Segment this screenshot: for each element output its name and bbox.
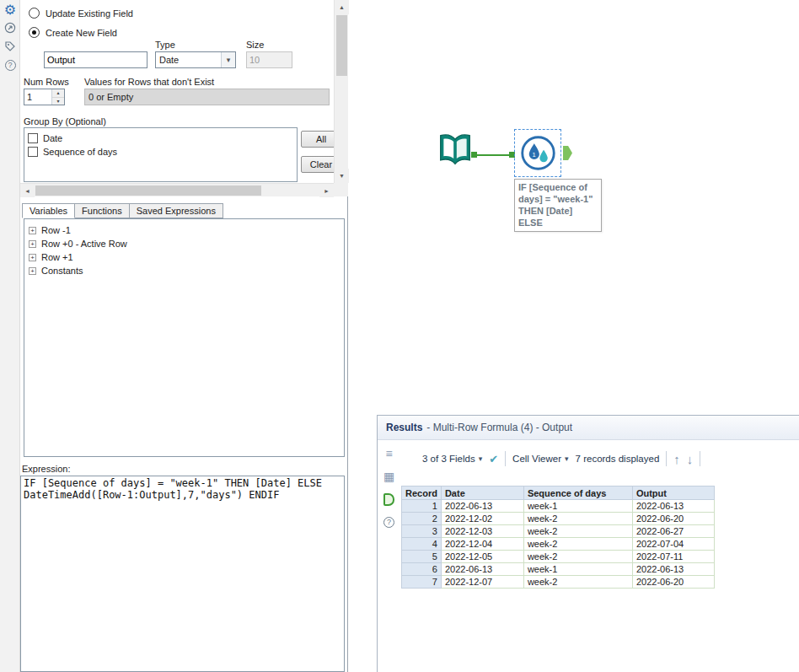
data-cell[interactable]: 2022-06-20: [632, 576, 714, 589]
group-by-list[interactable]: Date Sequence of days: [24, 127, 298, 182]
radio-create-new-field[interactable]: Create New Field: [29, 27, 117, 38]
config-vertical-scrollbar[interactable]: ▲ ▼: [334, 0, 348, 183]
record-number-cell[interactable]: 2: [402, 513, 442, 525]
output-anchor-icon[interactable]: [380, 492, 399, 507]
record-number-cell[interactable]: 1: [402, 500, 442, 513]
num-rows-stepper[interactable]: 1 ▴ ▾: [24, 89, 65, 105]
data-cell[interactable]: 2022-12-07: [441, 576, 523, 589]
data-cell[interactable]: week-1: [523, 563, 632, 576]
radio-update-existing-field[interactable]: Update Existing Field: [29, 8, 133, 19]
data-cell[interactable]: 2022-06-13: [441, 500, 523, 513]
multi-row-formula-tool[interactable]: 1: [519, 134, 557, 172]
data-cell[interactable]: 2022-06-20: [632, 513, 714, 525]
type-dropdown[interactable]: Date ▾: [155, 51, 236, 68]
apply-check-icon[interactable]: ✔: [489, 453, 498, 465]
tag-icon[interactable]: [0, 37, 20, 56]
help-icon[interactable]: ?: [380, 514, 399, 530]
group-by-item-date[interactable]: Date: [28, 132, 297, 145]
data-cell[interactable]: week-2: [523, 525, 632, 538]
cell-viewer-dropdown[interactable]: Cell Viewer ▾: [512, 454, 568, 464]
variables-tree[interactable]: + Row -1 + Row +0 - Active Row + Row +1 …: [24, 218, 345, 457]
text-input-tool[interactable]: [437, 133, 474, 169]
scroll-right-icon[interactable]: ►: [319, 184, 334, 197]
column-header-date[interactable]: Date: [441, 487, 523, 500]
data-cell[interactable]: week-2: [523, 576, 632, 589]
expression-editor[interactable]: [20, 476, 345, 672]
config-side-toolbar: ⚙ ?: [0, 0, 20, 672]
table-row[interactable]: 22022-12-02week-22022-06-20: [402, 513, 715, 525]
scroll-up-icon[interactable]: ▲: [335, 0, 349, 14]
column-header-output[interactable]: Output: [632, 487, 714, 500]
tab-functions[interactable]: Functions: [75, 203, 130, 218]
record-number-cell[interactable]: 5: [402, 551, 442, 563]
new-field-name-input[interactable]: [44, 51, 147, 68]
record-number-cell[interactable]: 7: [402, 576, 442, 589]
group-by-item-sequence[interactable]: Sequence of days: [28, 145, 297, 159]
table-row[interactable]: 62022-06-13week-12022-06-13: [402, 563, 715, 576]
scrollbar-thumb[interactable]: [336, 15, 347, 76]
stepper-up-icon[interactable]: ▴: [52, 89, 64, 98]
metadata-list-icon[interactable]: ≡: [380, 446, 399, 461]
checkbox-icon[interactable]: [28, 147, 38, 157]
scroll-bottom-icon[interactable]: ↓: [687, 452, 694, 466]
data-grid-icon[interactable]: ▦: [380, 469, 399, 484]
multi-row-formula-tool-icon: 1: [519, 134, 557, 172]
results-table: Record Date Sequence of days Output 1202…: [401, 486, 715, 589]
column-header-sequence[interactable]: Sequence of days: [523, 487, 632, 500]
table-row[interactable]: 32022-12-03week-22022-06-27: [402, 525, 715, 538]
tree-item-constants[interactable]: + Constants: [29, 264, 344, 277]
fields-dropdown[interactable]: 3 of 3 Fields ▾: [422, 454, 482, 464]
data-cell[interactable]: 2022-07-11: [632, 551, 714, 563]
table-row[interactable]: 52022-12-05week-22022-07-11: [402, 551, 715, 563]
results-subtitle: - Multi-Row Formula (4) - Output: [426, 422, 572, 433]
scroll-left-icon[interactable]: ◄: [20, 184, 35, 197]
data-cell[interactable]: 2022-12-02: [441, 513, 523, 525]
navigation-icon[interactable]: [0, 19, 20, 37]
data-cell[interactable]: 2022-07-04: [632, 538, 714, 551]
column-header-record[interactable]: Record: [402, 487, 442, 500]
table-row[interactable]: 42022-12-04week-22022-07-04: [402, 538, 715, 551]
record-number-cell[interactable]: 4: [402, 538, 442, 551]
scrollbar-thumb[interactable]: [35, 185, 261, 196]
tool-annotation[interactable]: IF [Sequence of days] = "week-1" THEN [D…: [514, 179, 602, 232]
chevron-down-icon[interactable]: ▾: [221, 52, 235, 67]
group-by-item-label: Date: [43, 133, 62, 143]
connection-line[interactable]: [474, 154, 514, 156]
expand-plus-icon[interactable]: +: [29, 240, 36, 248]
data-cell[interactable]: 2022-06-13: [441, 563, 523, 576]
data-cell[interactable]: 2022-06-13: [632, 500, 714, 513]
table-row[interactable]: 12022-06-13week-12022-06-13: [402, 500, 715, 513]
scroll-top-icon[interactable]: ↑: [673, 452, 680, 466]
config-horizontal-scrollbar[interactable]: ◄ ►: [20, 183, 334, 196]
tool-output-anchor[interactable]: [563, 146, 572, 160]
tab-variables[interactable]: Variables: [22, 203, 75, 218]
data-cell[interactable]: week-1: [523, 500, 632, 513]
tree-item-row-active[interactable]: + Row +0 - Active Row: [29, 237, 344, 250]
values-for-rows-dropdown[interactable]: 0 or Empty: [84, 89, 330, 105]
table-row[interactable]: 72022-12-07week-22022-06-20: [402, 576, 715, 589]
svg-text:1: 1: [532, 151, 535, 159]
data-cell[interactable]: 2022-12-04: [441, 538, 523, 551]
tab-saved-expressions[interactable]: Saved Expressions: [130, 203, 223, 218]
radio-create-label: Create New Field: [46, 28, 117, 38]
tree-item-row-minus-1[interactable]: + Row -1: [29, 223, 344, 237]
data-cell[interactable]: week-2: [523, 538, 632, 551]
help-icon[interactable]: ?: [0, 56, 20, 74]
expand-plus-icon[interactable]: +: [29, 267, 36, 275]
data-cell[interactable]: 2022-12-05: [441, 551, 523, 563]
expand-plus-icon[interactable]: +: [29, 254, 36, 261]
data-cell[interactable]: week-2: [523, 551, 632, 563]
stepper-down-icon[interactable]: ▾: [52, 98, 64, 105]
scroll-down-icon[interactable]: ▼: [335, 169, 349, 183]
expand-plus-icon[interactable]: +: [29, 227, 36, 234]
checkbox-icon[interactable]: [28, 133, 38, 143]
tree-item-row-plus-1[interactable]: + Row +1: [29, 250, 344, 264]
num-rows-value[interactable]: 1: [24, 89, 51, 105]
data-cell[interactable]: 2022-06-13: [632, 563, 714, 576]
data-cell[interactable]: 2022-12-03: [441, 525, 523, 538]
gear-icon[interactable]: ⚙: [0, 0, 20, 19]
record-number-cell[interactable]: 3: [402, 525, 442, 538]
data-cell[interactable]: 2022-06-27: [632, 525, 714, 538]
record-number-cell[interactable]: 6: [402, 563, 442, 576]
data-cell[interactable]: week-2: [523, 513, 632, 525]
